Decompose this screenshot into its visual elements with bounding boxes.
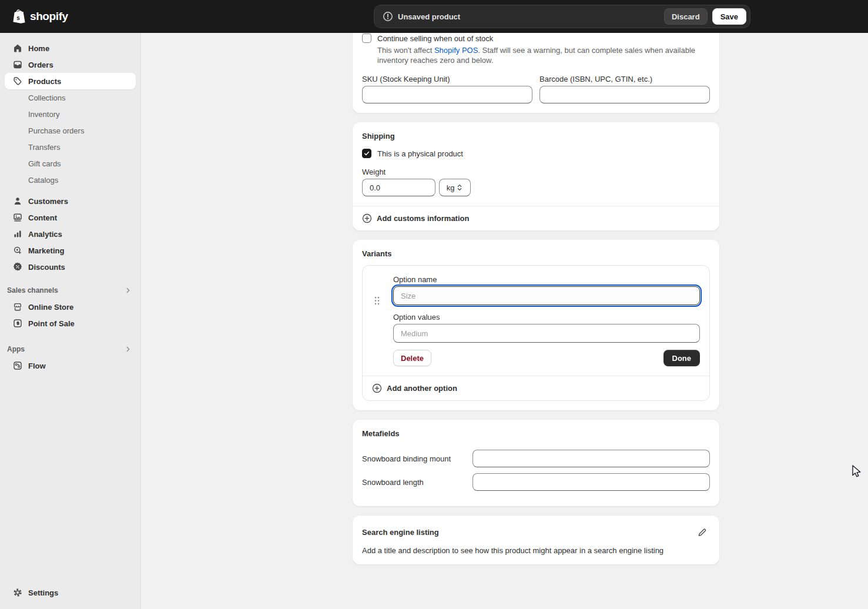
option-name-input[interactable] [393, 286, 700, 305]
shipping-title: Shipping [362, 132, 710, 140]
shopify-logo[interactable]: s shopify [12, 8, 68, 25]
sidebar-item-flow[interactable]: Flow [5, 357, 136, 374]
done-option-button[interactable]: Done [663, 350, 701, 366]
barcode-input[interactable] [539, 86, 710, 103]
variants-card: Variants Option name Option values [353, 240, 719, 410]
edit-seo-button[interactable] [693, 524, 710, 540]
shipping-card: Shipping This is a physical product Weig… [353, 122, 719, 230]
sidebar-item-online-store[interactable]: Online Store [5, 299, 136, 315]
sidebar-item-transfers[interactable]: Transfers [5, 139, 136, 155]
marketing-icon [13, 246, 22, 255]
sidebar-item-analytics[interactable]: Analytics [5, 226, 136, 242]
metafield-label: Snowboard length [362, 478, 472, 487]
variant-option-editor: Option name Option values Delete Done [362, 265, 710, 401]
weight-label: Weight [362, 168, 710, 176]
analytics-icon [13, 229, 22, 239]
up-down-chevrons-icon [456, 183, 463, 192]
sidebar-item-marketing[interactable]: Marketing [5, 242, 136, 259]
snowboard-binding-mount-input[interactable] [472, 450, 710, 467]
shopify-wordmark: shopify [30, 10, 68, 23]
chevron-right-icon [124, 286, 132, 295]
edit-pencil-icon [697, 527, 707, 537]
physical-product-checkbox[interactable] [362, 149, 371, 158]
gear-icon [13, 588, 22, 597]
sidebar-item-customers[interactable]: Customers [5, 193, 136, 209]
home-icon [13, 44, 22, 53]
sidebar-item-settings[interactable]: Settings [5, 584, 136, 601]
shopify-pos-link[interactable]: Shopify POS [434, 46, 478, 55]
drag-handle-icon[interactable] [374, 296, 380, 307]
sidebar-item-products[interactable]: Products [5, 73, 136, 89]
shopify-bag-icon: s [12, 8, 26, 25]
chevron-right-icon [124, 345, 132, 353]
unsaved-changes-bar: Unsaved product Discard Save [374, 5, 750, 28]
add-customs-button[interactable]: Add customs information [353, 206, 719, 230]
sidebar-item-orders[interactable]: Orders [5, 56, 136, 73]
continue-selling-help: This won't affect Shopify POS. Staff wil… [377, 45, 702, 65]
alert-circle-icon [383, 11, 393, 22]
topbar: s shopify Unsaved product Discard Save [0, 0, 868, 33]
physical-product-label: This is a physical product [377, 149, 463, 158]
continue-selling-checkbox[interactable] [362, 34, 371, 43]
pos-icon [13, 319, 22, 328]
content-icon [13, 213, 22, 222]
sidebar-item-inventory[interactable]: Inventory [5, 106, 136, 122]
seo-title: Search engine listing [362, 528, 439, 537]
weight-input[interactable] [362, 179, 435, 196]
sku-label: SKU (Stock Keeping Unit) [362, 75, 532, 83]
snowboard-length-input[interactable] [472, 473, 710, 491]
orders-icon [13, 60, 22, 69]
sidebar-section-sales-channels[interactable]: Sales channels [0, 282, 140, 299]
customers-icon [13, 196, 22, 206]
sidebar-item-collections[interactable]: Collections [5, 89, 136, 106]
discard-button[interactable]: Discard [664, 8, 708, 25]
inventory-card: Continue selling when out of stock This … [353, 33, 719, 113]
seo-card: Search engine listing Add a title and de… [353, 516, 719, 564]
seo-description: Add a title and description to see how t… [362, 546, 710, 555]
sidebar-item-gift-cards[interactable]: Gift cards [5, 155, 136, 172]
sku-input[interactable] [362, 86, 532, 103]
plus-circle-icon [372, 383, 382, 393]
variants-title: Variants [362, 249, 710, 258]
unsaved-message: Unsaved product [398, 12, 460, 21]
store-icon [13, 302, 22, 312]
sidebar-item-home[interactable]: Home [5, 40, 136, 56]
add-another-option-button[interactable]: Add another option [363, 376, 709, 400]
products-icon [13, 76, 22, 86]
option-values-label: Option values [393, 313, 700, 322]
continue-selling-label: Continue selling when out of stock [377, 34, 493, 43]
checkmark-icon [363, 150, 370, 157]
plus-circle-icon [362, 213, 372, 223]
sidebar-item-purchase-orders[interactable]: Purchase orders [5, 122, 136, 139]
save-button[interactable]: Save [712, 8, 746, 25]
flow-icon [13, 361, 22, 370]
option-name-label: Option name [393, 275, 700, 284]
sidebar-section-apps[interactable]: Apps [0, 341, 140, 357]
svg-text:s: s [16, 15, 20, 21]
metafields-title: Metafields [362, 429, 710, 438]
main-content: Continue selling when out of stock This … [141, 33, 868, 609]
weight-unit-select[interactable]: kg [439, 179, 471, 196]
metafields-card: Metafields Snowboard binding mount Snowb… [353, 420, 719, 506]
sidebar-item-discounts[interactable]: Discounts [5, 259, 136, 275]
delete-option-button[interactable]: Delete [393, 350, 431, 366]
barcode-label: Barcode (ISBN, UPC, GTIN, etc.) [539, 75, 710, 83]
discounts-icon [13, 262, 22, 272]
option-values-input[interactable] [393, 324, 700, 343]
sidebar-item-catalogs[interactable]: Catalogs [5, 172, 136, 188]
metafield-label: Snowboard binding mount [362, 454, 472, 463]
sidebar-item-content[interactable]: Content [5, 209, 136, 226]
sidebar: Home Orders Products Collections Invento… [0, 33, 141, 609]
sidebar-item-point-of-sale[interactable]: Point of Sale [5, 315, 136, 332]
